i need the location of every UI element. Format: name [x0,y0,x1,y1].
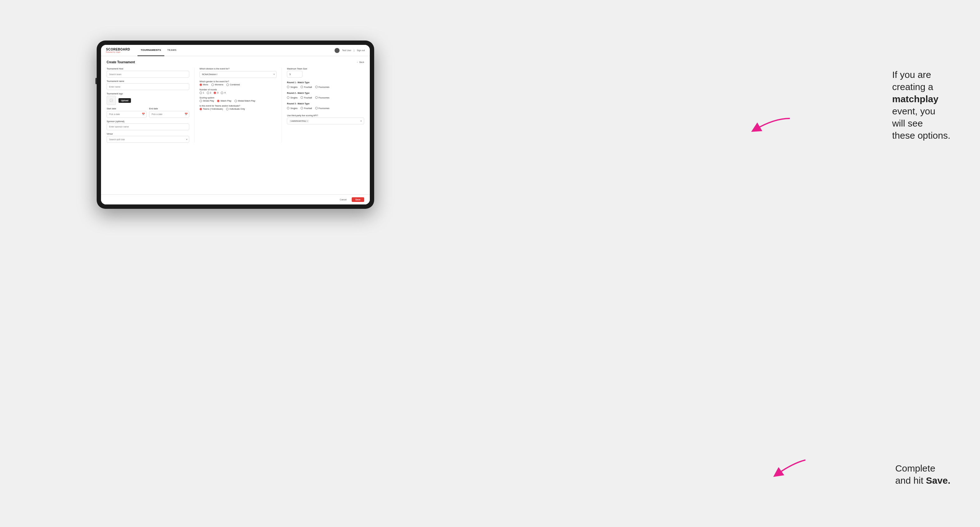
left-column: Tournament Host Tournament name Tourname… [107,68,189,143]
scoring-medal-radio[interactable] [234,100,237,102]
start-date-input[interactable] [107,111,146,118]
sign-out-link[interactable]: Sign out [357,49,365,51]
scoring-label: Scoring system [200,97,277,99]
round3-singles-radio[interactable] [287,107,290,110]
end-date-input[interactable] [149,111,189,118]
scoring-stroke[interactable]: Stroke Play [200,100,214,102]
round1-foursomes[interactable]: Foursomes [315,86,329,88]
round1-singles-label: Singles [290,86,298,88]
round-2[interactable]: 2 [207,92,212,94]
round3-fourball-radio[interactable] [301,107,303,110]
scoring-medal[interactable]: Medal Match Play [234,100,255,102]
scoring-stroke-label: Stroke Play [203,100,214,102]
tournament-name-input[interactable] [107,83,189,90]
annotation-matchplay-line1: If you are [892,70,931,80]
round2-fourball[interactable]: Fourball [301,96,312,99]
scoring-match-radio[interactable] [217,100,220,102]
start-date-label: Start date [107,108,146,110]
teams-individuals-radio[interactable] [226,108,229,110]
gender-combined-radio[interactable] [226,84,229,86]
form-title: Create Tournament [107,60,135,64]
tablet-screen: SCOREBOARD Powered by clippit TOURNAMENT… [101,45,370,205]
teams-teams[interactable]: Teams (+Individuals) [200,108,223,110]
venue-group: Venue [107,133,189,143]
gender-womens[interactable]: Womens [212,84,224,86]
round3-foursomes-radio[interactable] [315,107,318,110]
division-select-wrapper: NCAA Division I [200,71,277,78]
gender-mens[interactable]: Mens [200,84,208,86]
api-tag-text: Leaderboard King [291,120,305,122]
round3-foursomes[interactable]: Foursomes [315,107,329,110]
top-nav: SCOREBOARD Powered by clippit TOURNAMENT… [101,45,370,56]
nav-item-tournaments[interactable]: TOURNAMENTS [137,45,164,56]
save-button[interactable]: Save [352,197,364,202]
sponsor-input[interactable] [107,124,189,130]
api-tag-value: Leaderboard King × [290,120,309,122]
end-date-wrapper [149,111,189,118]
round3-options: Singles Fourball Foursomes [287,107,364,110]
round3-fourball[interactable]: Fourball [301,107,312,110]
round-3[interactable]: 3 [213,92,218,94]
round2-match-type-group: Round 2 - Match Type Singles Fourball [287,92,364,99]
gender-womens-radio[interactable] [212,84,214,86]
round-2-label: 2 [210,92,212,94]
api-select-chevron: ▾ [360,120,362,122]
tournament-host-group: Tournament Host [107,68,189,78]
round2-foursomes-radio[interactable] [315,96,318,99]
gender-mens-radio[interactable] [200,84,202,86]
round-3-radio[interactable] [213,92,216,94]
cancel-button[interactable]: Cancel [337,197,349,202]
back-link[interactable]: ← Back [356,61,364,63]
teams-individuals[interactable]: Individuals Only [226,108,245,110]
venue-input[interactable] [107,136,189,143]
max-team-size-input[interactable] [287,71,302,78]
annotation-matchplay-line6: these options. [892,130,950,141]
scoring-radio-group: Stroke Play Match Play Medal Match Play [200,100,277,102]
logo-sub: Powered by clippit [106,51,130,53]
round-4-label: 4 [224,92,226,94]
tablet-side-button [95,78,97,84]
api-group: Use third-party live scoring API? Leader… [287,114,364,124]
round1-singles-radio[interactable] [287,86,290,88]
gender-combined[interactable]: Combined [226,84,240,86]
scoring-medal-label: Medal Match Play [238,100,255,102]
round2-fourball-radio[interactable] [301,96,303,99]
api-select-tag[interactable]: Leaderboard King × ▾ [287,117,364,124]
annotation-save-bold: Save. [926,475,950,486]
upload-button[interactable]: Upload [118,98,131,103]
round-4-radio[interactable] [221,92,223,94]
scoring-stroke-radio[interactable] [200,100,202,102]
round-2-radio[interactable] [207,92,209,94]
round1-fourball-radio[interactable] [301,86,303,88]
round1-fourball[interactable]: Fourball [301,86,312,88]
annotation-matchplay-line5: will see [892,118,923,129]
division-select[interactable]: NCAA Division I [200,71,277,78]
round3-singles[interactable]: Singles [287,107,298,110]
form-columns: Tournament Host Tournament name Tourname… [107,68,364,143]
end-date-group: End date [149,108,189,118]
nav-item-teams[interactable]: TEAMS [164,45,180,56]
round-1[interactable]: 1 [200,92,204,94]
scoring-match[interactable]: Match Play [217,100,231,102]
round2-singles[interactable]: Singles [287,96,298,99]
round1-singles[interactable]: Singles [287,86,298,88]
round2-singles-radio[interactable] [287,96,290,99]
tournament-host-label: Tournament Host [107,68,189,70]
round3-match-type-group: Round 3 - Match Type Singles Fourball [287,103,364,110]
round2-foursomes[interactable]: Foursomes [315,96,329,99]
sponsor-label: Sponsor (optional) [107,120,189,122]
user-name: Test User [342,49,352,51]
round3-singles-label: Singles [290,107,298,110]
logo-placeholder [107,96,116,105]
start-date-wrapper [107,111,146,118]
round-4[interactable]: 4 [221,92,226,94]
round-3-label: 3 [217,92,218,94]
form-container: Create Tournament ← Back Tournament Host [101,56,370,194]
api-tag-remove[interactable]: × [307,120,308,122]
venue-label: Venue [107,133,189,135]
tournament-host-input[interactable] [107,71,189,78]
round-1-radio[interactable] [200,92,202,94]
content-area: Create Tournament ← Back Tournament Host [101,56,370,205]
round1-foursomes-radio[interactable] [315,86,318,88]
teams-teams-radio[interactable] [200,108,202,110]
